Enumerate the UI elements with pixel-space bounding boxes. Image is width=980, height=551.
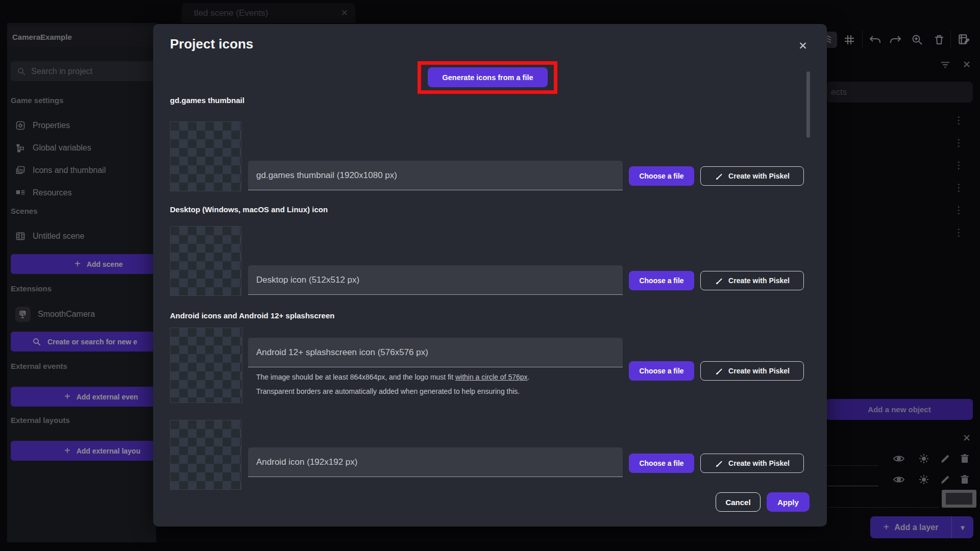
button-label: Apply: [777, 498, 799, 507]
button-label: Create with Piskel: [728, 172, 790, 180]
create-with-piskel-button[interactable]: Create with Piskel: [700, 361, 804, 381]
generate-icons-from-file-button[interactable]: Generate icons from a file: [428, 67, 548, 87]
dialog-scrollbar-thumb[interactable]: [806, 71, 810, 138]
brush-icon: [715, 459, 723, 468]
field-value: Android 12+ splashscreen icon (576x576 p…: [256, 347, 428, 358]
thumbnail-preview-checkerboard: [170, 328, 242, 403]
button-label: Cancel: [725, 498, 750, 507]
bottom-status-strip: [0, 542, 980, 551]
button-label: Choose a file: [639, 459, 683, 467]
choose-a-file-button[interactable]: Choose a file: [629, 271, 694, 290]
android-icon-field[interactable]: Android icon (192x192 px): [248, 447, 623, 477]
apply-button[interactable]: Apply: [767, 492, 810, 512]
choose-a-file-button[interactable]: Choose a file: [629, 361, 694, 381]
choose-a-file-button[interactable]: Choose a file: [629, 454, 694, 473]
button-label: Choose a file: [639, 277, 683, 285]
brush-icon: [715, 367, 723, 375]
button-label: Create with Piskel: [728, 459, 790, 467]
project-icons-dialog: Project icons ✕ Generate icons from a fi…: [153, 24, 827, 527]
create-with-piskel-button[interactable]: Create with Piskel: [700, 454, 804, 473]
splashscreen-helper-line1: The image should be at least 864x864px, …: [256, 373, 529, 381]
helper-text: The image should be at least 864x864px, …: [256, 373, 455, 381]
desktop-icon-field[interactable]: Desktop icon (512x512 px): [248, 265, 623, 295]
thumbnail-preview-checkerboard: [170, 226, 241, 296]
brush-icon: [715, 172, 723, 181]
field-value: Desktop icon (512x512 px): [256, 275, 359, 285]
button-label: Choose a file: [639, 367, 683, 375]
gdgames-thumbnail-field[interactable]: gd.games thumbnail (980x551 px): [248, 161, 623, 190]
cancel-button[interactable]: Cancel: [716, 492, 761, 512]
section-heading-android: Android icons and Android 12+ splashscre…: [170, 311, 334, 320]
field-value: Android icon (192x192 px): [256, 457, 357, 467]
app-root: tled scene (Events) ✕ CameraExample Sear…: [0, 0, 980, 551]
helper-text: .: [528, 373, 530, 381]
thumbnail-preview-checkerboard: [170, 121, 241, 191]
choose-a-file-button[interactable]: Choose a file: [629, 166, 694, 186]
dialog-close-icon[interactable]: ✕: [795, 38, 811, 54]
button-label: Choose a file: [639, 172, 683, 180]
button-label: Create with Piskel: [728, 367, 790, 375]
create-with-piskel-button[interactable]: Create with Piskel: [700, 271, 804, 290]
create-with-piskel-button[interactable]: Create with Piskel: [700, 166, 804, 186]
button-label: Create with Piskel: [728, 277, 790, 285]
dialog-title: Project icons: [170, 36, 253, 52]
helper-link[interactable]: within a circle of 576px: [455, 373, 528, 381]
section-heading-desktop: Desktop (Windows, macOS and Linux) icon: [170, 205, 328, 214]
section-heading-gdgames: gd.games thumbnail: [170, 96, 244, 105]
brush-icon: [715, 277, 723, 285]
button-label: Generate icons from a file: [442, 73, 533, 82]
splashscreen-helper-line2: Transparent borders are automatically ad…: [256, 387, 520, 395]
thumbnail-preview-checkerboard: [170, 420, 241, 490]
field-value: gd.games thumbnail (980x551 px): [256, 170, 397, 181]
android-splashscreen-field[interactable]: Android 12+ splashscreen icon (576x576 p…: [248, 338, 623, 367]
